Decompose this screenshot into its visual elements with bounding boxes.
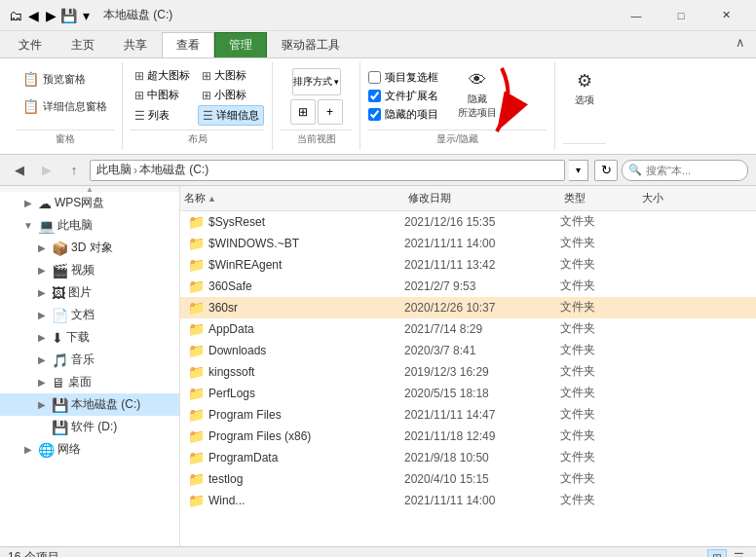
table-row[interactable]: 📁 Downloads 2020/3/7 8:41 文件夹 (180, 340, 756, 361)
view-list[interactable]: ☰ 列表 (131, 105, 197, 126)
col-header-size[interactable]: 大小 (638, 189, 756, 207)
video-expand-icon: ▶ (35, 264, 49, 278)
folder-icon: 📁 (188, 386, 205, 401)
table-row[interactable]: 📁 360Safe 2021/2/7 9:53 文件夹 (180, 276, 756, 297)
sidebar-item-desktop[interactable]: ▶ 🖥 桌面 (0, 371, 179, 393)
table-row[interactable]: 📁 Wind... 2021/11/11 14:00 文件夹 (180, 490, 756, 511)
sidebar-item-network[interactable]: ▶ 🌐 网络 (0, 438, 179, 461)
checkbox-item-checkbox[interactable]: 项目复选框 (368, 70, 438, 85)
hide-icon: 👁 (469, 70, 486, 91)
detail-pane-button[interactable]: 📋 详细信息窗格 (16, 93, 114, 119)
view-details[interactable]: ☰ 详细信息 (198, 105, 264, 126)
table-row[interactable]: 📁 PerfLogs 2020/5/15 18:18 文件夹 (180, 383, 756, 404)
hidden-items-input[interactable] (368, 108, 381, 121)
up-button[interactable]: ↑ (62, 159, 86, 182)
add-col-button[interactable]: + (318, 99, 343, 125)
sidebar-item-c-drive[interactable]: ▶ 💾 本地磁盘 (C:) (0, 393, 179, 416)
tab-file[interactable]: 文件 (4, 32, 57, 57)
title-bar-icons: 🗂 ◀ ▶ 💾 ▾ (8, 8, 94, 23)
view-large[interactable]: ⊞ 大图标 (198, 66, 264, 85)
desktop-expand-icon: ▶ (35, 376, 49, 390)
refresh-button[interactable]: ↻ (594, 160, 618, 181)
sidebar-item-downloads[interactable]: ▶ ⬇ 下载 (0, 326, 179, 349)
table-row[interactable]: 📁 $WINDOWS.~BT 2021/11/11 14:00 文件夹 (180, 233, 756, 254)
path-drive[interactable]: 本地磁盘 (C:) (139, 162, 208, 178)
sidebar-item-pictures[interactable]: ▶ 🖼 图片 (0, 281, 179, 304)
checkbox-hidden-items[interactable]: 隐藏的项目 (368, 107, 438, 122)
status-grid-view-button[interactable]: ⊞ (707, 549, 727, 558)
table-row[interactable]: 📁 AppData 2021/7/14 8:29 文件夹 (180, 318, 756, 340)
table-row[interactable]: 📁 Program Files 2021/11/11 14:47 文件夹 (180, 404, 756, 426)
quick-access-2[interactable]: ▶ (43, 8, 58, 23)
title-bar: 🗂 ◀ ▶ 💾 ▾ 本地磁盘 (C:) — □ ✕ (0, 0, 756, 31)
downloads-label: 下载 (66, 329, 90, 346)
close-button[interactable]: ✕ (703, 0, 748, 31)
sort-button[interactable]: 排序方式 ▾ (292, 68, 341, 95)
view-small[interactable]: ⊞ 小图标 (198, 86, 264, 104)
forward-button[interactable]: ▶ (35, 159, 58, 182)
table-row[interactable]: 📁 Program Files (x86) 2021/11/18 12:49 文… (180, 426, 756, 447)
tab-drive-tools[interactable]: 驱动器工具 (267, 32, 355, 57)
this-pc-icon: 💻 (38, 218, 55, 234)
status-list-view-button[interactable]: ☰ (729, 549, 748, 558)
minimize-button[interactable]: — (614, 0, 659, 31)
documents-icon: 📄 (52, 308, 68, 323)
item-checkbox-input[interactable] (368, 71, 381, 84)
sidebar-item-music[interactable]: ▶ 🎵 音乐 (0, 349, 179, 371)
this-pc-label: 此电脑 (57, 217, 93, 234)
folder-icon: 📁 (188, 364, 205, 380)
search-input[interactable] (646, 165, 743, 176)
search-box[interactable]: 🔍 (622, 160, 748, 181)
check-options: 项目复选框 文件扩展名 隐藏的项目 (368, 66, 438, 126)
address-dropdown-button[interactable]: ▾ (569, 160, 588, 181)
extra-large-icon: ⊞ (134, 69, 144, 83)
checkbox-file-extension[interactable]: 文件扩展名 (368, 89, 438, 103)
sidebar-item-this-pc[interactable]: ▼ 💻 此电脑 (0, 214, 179, 237)
sidebar-item-d-drive[interactable]: ▶ 💾 软件 (D:) (0, 416, 179, 438)
tab-share[interactable]: 共享 (109, 32, 162, 57)
table-row[interactable]: 📁 testlog 2020/4/10 15:15 文件夹 (180, 468, 756, 490)
col-header-date[interactable]: 修改日期 (404, 189, 560, 207)
dropdown-icon[interactable]: ▾ (78, 8, 94, 23)
tab-view[interactable]: 查看 (162, 32, 214, 57)
preview-pane-button[interactable]: 📋 预览窗格 (16, 66, 103, 92)
file-extension-input[interactable] (368, 90, 381, 102)
sidebar-item-3d[interactable]: ▶ 📦 3D 对象 (0, 237, 179, 259)
view-medium[interactable]: ⊞ 中图标 (131, 86, 197, 104)
maximize-button[interactable]: □ (659, 0, 703, 31)
address-path[interactable]: 此电脑 › 本地磁盘 (C:) (90, 160, 565, 181)
d-drive-label: 软件 (D:) (71, 419, 117, 435)
sidebar-item-documents[interactable]: ▶ 📄 文档 (0, 304, 179, 326)
documents-label: 文档 (71, 307, 94, 323)
tab-manage[interactable]: 管理 (214, 32, 267, 57)
table-row[interactable]: 📁 360sr 2020/12/26 10:37 文件夹 (180, 297, 756, 318)
ribbon-collapse-btn[interactable]: ∧ (729, 30, 752, 54)
wps-expand-icon: ▶ (21, 197, 35, 210)
search-icon: 🔍 (628, 164, 642, 176)
table-row[interactable]: 📁 $WinREAgent 2021/11/11 13:42 文件夹 (180, 254, 756, 276)
back-button[interactable]: ◀ (8, 159, 31, 182)
show-hide-content: 项目复选框 文件扩展名 隐藏的项目 👁 隐藏 所选项目 (368, 66, 547, 126)
sidebar-item-wps[interactable]: ▶ ☁ WPS网盘 (0, 192, 179, 214)
view-action-btns: ⊞ + (290, 99, 343, 125)
col-header-name[interactable]: 名称 ▲ (180, 189, 404, 207)
downloads-expand-icon: ▶ (35, 331, 49, 345)
quick-access-1[interactable]: ◀ (25, 8, 41, 23)
music-expand-icon: ▶ (35, 353, 49, 367)
table-row[interactable]: 📁 kingssoft 2019/12/3 16:29 文件夹 (180, 361, 756, 383)
group-by-button[interactable]: ⊞ (290, 99, 316, 125)
network-icon: 🌐 (38, 442, 55, 458)
path-computer[interactable]: 此电脑 (96, 162, 132, 178)
col-header-type[interactable]: 类型 (560, 189, 638, 207)
tab-home[interactable]: 主页 (57, 32, 109, 57)
file-name-cell: 📁 Program Files (x86) (180, 428, 404, 444)
options-button[interactable]: ⚙ 选项 (565, 66, 604, 111)
address-bar: ◀ ▶ ↑ 此电脑 › 本地磁盘 (C:) ▾ ↻ 🔍 (0, 155, 756, 186)
table-row[interactable]: 📁 ProgramData 2021/9/18 10:50 文件夹 (180, 447, 756, 468)
view-extra-large[interactable]: ⊞ 超大图标 (131, 66, 197, 85)
file-name-cell: 📁 Program Files (180, 407, 404, 423)
save-icon[interactable]: 💾 (60, 8, 76, 23)
sidebar-item-video[interactable]: ▶ 🎬 视频 (0, 259, 179, 281)
table-row[interactable]: 📁 $SysReset 2021/12/16 15:35 文件夹 (180, 211, 756, 233)
hide-button[interactable]: 👁 隐藏 所选项目 (450, 66, 505, 124)
